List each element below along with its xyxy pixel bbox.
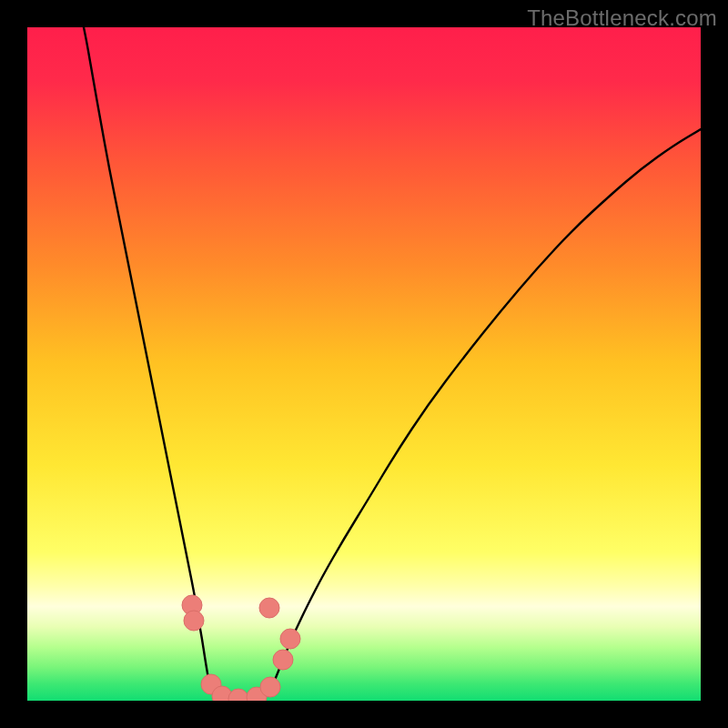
plot-area	[27, 27, 701, 701]
chart-frame: TheBottleneck.com	[0, 0, 728, 728]
data-marker	[184, 611, 204, 631]
watermark-text: TheBottleneck.com	[527, 5, 717, 31]
data-marker	[280, 629, 300, 649]
data-marker	[273, 650, 293, 670]
bottleneck-curve-chart	[27, 27, 701, 701]
gradient-background	[27, 27, 701, 701]
data-marker	[260, 677, 280, 697]
data-marker	[259, 598, 279, 618]
